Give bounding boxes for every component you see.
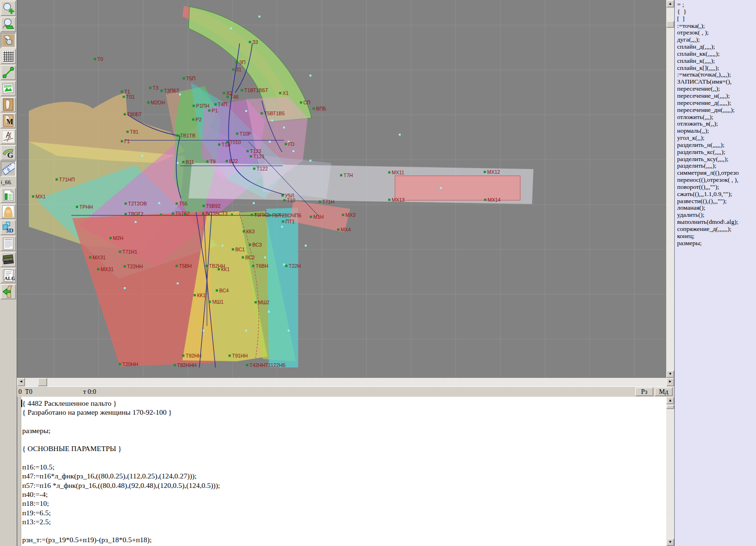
- command-item[interactable]: развести((),(),,,"");: [677, 198, 756, 205]
- drafting-icon-button[interactable]: [0, 129, 16, 145]
- command-item[interactable]: симметрия_л((),отрезо: [677, 170, 756, 177]
- command-item[interactable]: { }: [677, 9, 756, 16]
- point-marker[interactable]: [285, 265, 287, 267]
- point-marker[interactable]: [282, 221, 284, 222]
- canvas-vscroll-thumb[interactable]: [666, 21, 674, 28]
- point-marker[interactable]: [32, 196, 34, 197]
- command-item[interactable]: разделить(,,,,);: [677, 162, 756, 170]
- point-marker[interactable]: [94, 58, 96, 60]
- point-marker[interactable]: [202, 213, 204, 214]
- view-piece-icon-button[interactable]: [0, 33, 16, 48]
- grid-icon-button[interactable]: [0, 49, 16, 64]
- pattern-canvas[interactable]: T0Т5ПЗ3ЗПЗ1Т3Т3ПБТТ1Т01Т80БТМ2ОНТ1ВТ1ВБТ…: [17, 0, 666, 378]
- point-marker[interactable]: [247, 150, 249, 152]
- editor-text[interactable]: { 4482 Расклешенное пальто }{ Разработан…: [22, 399, 220, 546]
- point-marker[interactable]: [226, 141, 228, 143]
- command-item[interactable]: = ;: [677, 1, 756, 9]
- command-item[interactable]: сплайн_к(,,,,);: [677, 58, 756, 65]
- scroll-up-icon[interactable]: ▲: [666, 0, 674, 8]
- point-marker[interactable]: [119, 363, 121, 365]
- open-book-icon-button[interactable]: [0, 284, 16, 299]
- table-icon-button[interactable]: [0, 188, 16, 203]
- point-marker[interactable]: [236, 133, 238, 135]
- command-item[interactable]: [ ]: [677, 16, 756, 23]
- point-marker[interactable]: [243, 230, 245, 232]
- command-item[interactable]: дуга(,,,);: [677, 36, 756, 43]
- point-marker[interactable]: [174, 364, 176, 366]
- canvas-horizontal-scrollbar[interactable]: ◄ ►: [17, 378, 674, 386]
- point-marker[interactable]: [149, 87, 151, 89]
- point-marker[interactable]: [177, 135, 179, 136]
- point-marker[interactable]: [246, 364, 248, 366]
- point-marker[interactable]: [223, 92, 225, 94]
- point-marker[interactable]: [218, 144, 220, 145]
- canvas-hscroll-thumb[interactable]: [38, 378, 47, 386]
- pattern-piece[interactable]: [266, 208, 298, 367]
- command-item[interactable]: отложить(,,,);: [677, 114, 756, 121]
- point-marker[interactable]: [119, 251, 121, 253]
- portrait-icon-button[interactable]: [0, 204, 16, 219]
- point-marker[interactable]: [232, 248, 234, 250]
- command-item[interactable]: сплайн_к[](,,,,);: [677, 65, 756, 72]
- scroll-down-icon[interactable]: ▼: [666, 370, 674, 378]
- command-item[interactable]: размеры;: [677, 240, 756, 247]
- point-marker[interactable]: [340, 174, 342, 176]
- document-icon-button[interactable]: [0, 236, 16, 251]
- pattern-piece[interactable]: [395, 176, 520, 200]
- point-marker[interactable]: [337, 229, 339, 230]
- editor-vertical-scrollbar[interactable]: ▲ ▼: [666, 397, 674, 546]
- piece-m-icon-button[interactable]: M: [0, 113, 16, 128]
- point-marker[interactable]: [229, 355, 231, 357]
- point-marker[interactable]: [232, 68, 234, 70]
- point-marker[interactable]: [388, 171, 390, 173]
- scroll-down-icon[interactable]: ▼: [666, 538, 674, 546]
- ruler-icon-button[interactable]: 8: [0, 161, 16, 177]
- point-marker[interactable]: [313, 108, 315, 110]
- point-marker[interactable]: [56, 179, 58, 180]
- point-marker[interactable]: [241, 89, 243, 91]
- point-marker[interactable]: [147, 102, 149, 103]
- command-item[interactable]: сплайн_д(,,,,);: [677, 43, 756, 51]
- piece-frame-icon-button[interactable]: [0, 97, 16, 112]
- command-item[interactable]: нормаль(,,);: [677, 128, 756, 135]
- point-marker[interactable]: [279, 92, 281, 94]
- point-marker[interactable]: [209, 301, 211, 303]
- command-item[interactable]: ЗАПИСАТЬ(имя=(),: [677, 78, 756, 85]
- point-marker[interactable]: [226, 160, 228, 162]
- command-item[interactable]: разделить_кс(,,,,);: [677, 149, 756, 156]
- point-marker[interactable]: [176, 265, 178, 267]
- command-item[interactable]: выполнить(dmod\.alg);: [677, 219, 756, 226]
- point-marker[interactable]: [255, 301, 257, 303]
- point-marker[interactable]: [193, 105, 195, 107]
- point-marker[interactable]: [194, 294, 196, 296]
- command-item[interactable]: :=метка(точка(,),,,,);: [677, 71, 756, 78]
- point-marker[interactable]: [484, 171, 486, 173]
- alg-icon-button[interactable]: ALG: [0, 268, 16, 283]
- books-icon-button[interactable]: [0, 252, 16, 267]
- point-marker[interactable]: [182, 355, 184, 357]
- point-marker[interactable]: [192, 119, 194, 120]
- scroll-left-icon[interactable]: ◄: [17, 378, 25, 386]
- point-marker[interactable]: [97, 268, 99, 270]
- rz-button[interactable]: Рз: [635, 387, 653, 396]
- point-marker[interactable]: [250, 155, 252, 157]
- point-marker[interactable]: [206, 265, 207, 267]
- zoom-in-icon-button[interactable]: [0, 0, 16, 16]
- command-item[interactable]: конец;: [677, 233, 756, 240]
- point-marker[interactable]: [285, 143, 287, 145]
- canvas-vertical-scrollbar[interactable]: ▲ ▼: [666, 0, 674, 378]
- point-marker[interactable]: [282, 195, 284, 196]
- command-item[interactable]: пересечение_д(,,,,,);: [677, 100, 756, 107]
- point-marker[interactable]: [203, 205, 205, 207]
- scroll-right-icon[interactable]: ►: [666, 378, 674, 386]
- point-marker[interactable]: [183, 77, 185, 79]
- zoom-area-icon-button[interactable]: [0, 17, 16, 32]
- point-marker[interactable]: [110, 237, 112, 239]
- point-marker[interactable]: [121, 140, 123, 142]
- point-marker[interactable]: [124, 265, 126, 267]
- point-marker[interactable]: [125, 213, 127, 215]
- point-marker[interactable]: [242, 256, 244, 258]
- command-item[interactable]: перенос((),отрезок( , ),: [677, 177, 756, 184]
- point-marker[interactable]: [176, 203, 178, 205]
- point-marker[interactable]: [89, 256, 91, 258]
